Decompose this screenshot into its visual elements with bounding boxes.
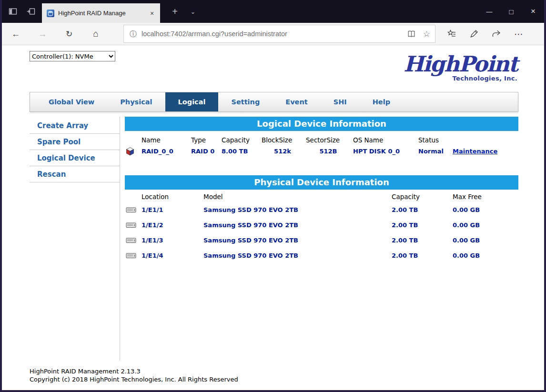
disk-drive-icon — [125, 248, 139, 263]
cell-capacity: 8.00 TB — [219, 145, 259, 157]
header-spacer — [125, 190, 139, 202]
logical-device-row: RAID_0_0 RAID 0 8.00 TB 512k 512B HPT DI… — [125, 145, 518, 157]
physical-device-row: 1/E1/4 Samsung SSD 970 EVO 2TB 2.00 TB 0… — [125, 248, 518, 263]
col-status: Status — [416, 133, 450, 145]
logical-device-table: Name Type Capacity BlockSize SectorSize … — [125, 133, 518, 157]
cell-max-free: 0.00 GB — [450, 202, 518, 217]
reading-view-icon[interactable] — [407, 30, 416, 39]
browser-window: HighPoint RAID Manage × + ⌄ — □ × ← → ↻ … — [2, 0, 544, 390]
cell-status: Normal — [416, 145, 450, 157]
url-text[interactable]: localhost:7402/arrman.cgi?userid=adminis… — [142, 30, 407, 38]
tab-event[interactable]: Event — [273, 92, 320, 111]
footer-version: HighPoint RAID Management 2.13.3 — [30, 367, 518, 375]
browser-titlebar: HighPoint RAID Manage × + ⌄ — □ × — [2, 0, 544, 23]
cell-location: 1/E1/3 — [139, 232, 201, 248]
cell-location: 1/E1/4 — [139, 248, 201, 263]
physical-device-table: Location Model Capacity Max Free 1/E1/1 … — [125, 190, 518, 263]
logical-table-header-row: Name Type Capacity BlockSize SectorSize … — [125, 133, 518, 145]
content-area: Create Array Spare Pool Logical Device R… — [30, 117, 518, 361]
tab-list-chevron-icon[interactable]: ⌄ — [186, 0, 200, 23]
sidebar-item-logical-device[interactable]: Logical Device — [30, 150, 120, 166]
tab-physical[interactable]: Physical — [107, 92, 165, 111]
col-max-free: Max Free — [450, 190, 518, 202]
physical-device-row: 1/E1/2 Samsung SSD 970 EVO 2TB 2.00 TB 0… — [125, 217, 518, 232]
cell-location: 1/E1/2 — [139, 217, 201, 232]
browser-toolbar: ← → ↻ ⌂ ⓘ localhost:7402/arrman.cgi?user… — [2, 23, 544, 45]
toolbar-right-icons: ⋯ — [447, 29, 523, 40]
sidebar: Create Array Spare Pool Logical Device R… — [30, 117, 120, 361]
new-tab-button[interactable]: + — [167, 0, 183, 23]
footer-copyright: Copyright (c) 2018 HighPoint Technologie… — [30, 375, 518, 383]
col-blocksize: BlockSize — [259, 133, 303, 145]
col-type: Type — [189, 133, 219, 145]
forward-icon: → — [36, 23, 49, 45]
site-info-icon[interactable]: ⓘ — [130, 30, 137, 39]
minimize-button[interactable]: — — [478, 0, 500, 23]
col-capacity: Capacity — [219, 133, 259, 145]
cell-model: Samsung SSD 970 EVO 2TB — [201, 248, 389, 263]
cell-type: RAID 0 — [189, 145, 219, 157]
home-icon[interactable]: ⌂ — [89, 23, 102, 45]
tab-global-view[interactable]: Global View — [36, 92, 107, 111]
col-location: Location — [139, 190, 201, 202]
browser-tab[interactable]: HighPoint RAID Manage × — [42, 3, 160, 23]
physical-device-row: 1/E1/1 Samsung SSD 970 EVO 2TB 2.00 TB 0… — [125, 202, 518, 217]
tab-close-icon[interactable]: × — [147, 8, 157, 19]
main-nav-tabs: Global View Physical Logical Setting Eve… — [30, 92, 518, 112]
maintenance-link[interactable]: Maintenance — [453, 148, 497, 155]
cell-capacity: 2.00 TB — [389, 232, 450, 248]
cell-model: Samsung SSD 970 EVO 2TB — [201, 232, 389, 248]
tab-logical[interactable]: Logical — [165, 92, 219, 111]
hub-favorites-icon[interactable] — [447, 29, 456, 39]
ink-pen-icon[interactable] — [469, 29, 479, 39]
tab-shi[interactable]: SHI — [321, 92, 360, 111]
physical-device-row: 1/E1/3 Samsung SSD 970 EVO 2TB 2.00 TB 0… — [125, 232, 518, 248]
refresh-icon[interactable]: ↻ — [62, 23, 76, 45]
disk-drive-icon — [125, 232, 139, 248]
sidebar-item-spare-pool[interactable]: Spare Pool — [30, 134, 120, 150]
close-button[interactable]: × — [522, 0, 544, 23]
tab-title: HighPoint RAID Manage — [58, 10, 147, 17]
share-icon[interactable] — [492, 29, 501, 39]
cell-sectorsize: 512B — [303, 145, 351, 157]
set-tabs-aside-icon[interactable] — [24, 0, 38, 23]
highpoint-logo: HighPoint Technologies, Inc. — [404, 53, 517, 82]
cell-model: Samsung SSD 970 EVO 2TB — [201, 217, 389, 232]
col-os-name: OS Name — [351, 133, 416, 145]
window-controls: — □ × — [478, 0, 544, 23]
disk-drive-icon — [125, 202, 139, 217]
add-favorite-star-icon[interactable]: ☆ — [423, 29, 430, 39]
cell-location: 1/E1/1 — [139, 202, 201, 217]
site-favicon-icon — [47, 10, 54, 17]
logical-device-header: Logical Device Information — [125, 117, 518, 131]
col-capacity: Capacity — [389, 190, 450, 202]
logo-text: HighPoint — [404, 53, 517, 76]
header-spacer — [125, 133, 139, 145]
cell-capacity: 2.00 TB — [389, 248, 450, 263]
back-icon[interactable]: ← — [9, 23, 22, 45]
disk-drive-icon — [125, 217, 139, 232]
col-model: Model — [201, 190, 389, 202]
col-sectorsize: SectorSize — [303, 133, 351, 145]
tab-help[interactable]: Help — [360, 92, 403, 111]
cell-max-free: 0.00 GB — [450, 232, 518, 248]
cell-max-free: 0.00 GB — [450, 248, 518, 263]
controller-select[interactable]: Controller(1): NVMe — [30, 51, 115, 61]
cell-capacity: 2.00 TB — [389, 217, 450, 232]
physical-device-header: Physical Device Information — [125, 175, 518, 190]
main-panel: Logical Device Information Name Type Cap… — [125, 117, 518, 361]
raid-array-icon — [125, 145, 139, 157]
cell-name: RAID_0_0 — [139, 145, 189, 157]
cell-max-free: 0.00 GB — [450, 217, 518, 232]
cell-blocksize: 512k — [259, 145, 303, 157]
tab-preview-icon[interactable] — [6, 0, 20, 23]
sidebar-item-rescan[interactable]: Rescan — [30, 166, 120, 182]
physical-table-header-row: Location Model Capacity Max Free — [125, 190, 518, 202]
header-spacer — [450, 133, 518, 145]
tab-setting[interactable]: Setting — [218, 92, 273, 111]
more-options-icon[interactable]: ⋯ — [514, 29, 523, 40]
maximize-button[interactable]: □ — [500, 0, 522, 23]
address-bar[interactable]: ⓘ localhost:7402/arrman.cgi?userid=admin… — [123, 25, 435, 43]
col-name: Name — [139, 133, 189, 145]
sidebar-item-create-array[interactable]: Create Array — [30, 118, 120, 134]
